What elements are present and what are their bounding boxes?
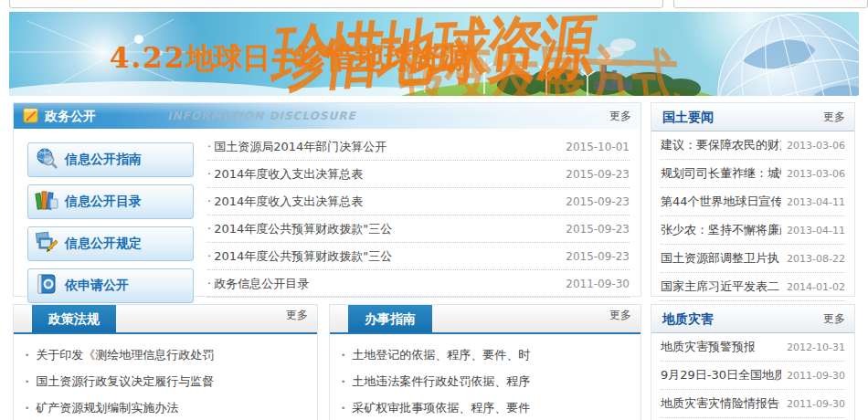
news-date: 2015-09-23 (566, 168, 630, 181)
bullet: • (341, 404, 345, 413)
banner-date: 4.22 (110, 41, 186, 74)
more-link[interactable]: 更多 (609, 103, 631, 129)
news-date: 2015-10-01 (566, 141, 630, 153)
list-item: •土地登记的依据、程序、要件、时 (341, 341, 630, 368)
news-date: 2015-09-23 (566, 250, 630, 263)
info-rules-button[interactable]: 信息公开规定 (27, 226, 194, 261)
news-date: 2013-04-11 (787, 196, 845, 208)
bullet: • (25, 404, 29, 413)
news-date: 2013-03-06 (787, 140, 845, 152)
page: 转变发展方式 珍惜地球资源 4.22地球日—珍惜地球资源 政务公开 INFORM… (0, 0, 868, 420)
panel-title: 政务公开 (45, 103, 96, 129)
news-date: 2011-09-30 (787, 398, 845, 410)
news-link[interactable]: 张少农：坚持不懈将廉政 (661, 222, 781, 238)
news-link[interactable]: 第44个世界地球日宣传 (661, 194, 781, 210)
news-item: ·政务信息公开目录2011-09-30 (207, 270, 630, 298)
list-item: •国土资源行政复议决定履行与监督 (25, 368, 306, 394)
news-date: 2012-10-31 (787, 341, 845, 353)
banner-title: 4.22地球日—珍惜地球资源 (110, 39, 470, 78)
news-item: 第44个世界地球日宣传2013-04-11 (661, 188, 845, 216)
news-link[interactable]: 国家主席习近平发表二 (661, 278, 781, 295)
info-guide-button[interactable]: 信息公开指南 (27, 142, 194, 177)
land-news-panel: 国土要闻 更多 建议：要保障农民的财产2013-03-06 规划司司长董祚继：城… (651, 102, 855, 297)
banner-slogan: 地球日—珍惜地球资源 (186, 41, 470, 74)
item-link[interactable]: 采矿权审批事项依据、程序、要件 (352, 400, 530, 416)
news-date: 2011-09-30 (787, 370, 845, 382)
news-link[interactable]: 建议：要保障农民的财产 (661, 137, 781, 153)
bullet: • (341, 351, 345, 360)
button-label: 信息公开目录 (65, 194, 142, 210)
news-link[interactable]: 2014年度公共预算财政拨款"三公 (214, 248, 558, 265)
news-date: 2013-08-22 (787, 253, 845, 265)
information-disclosure-header: 政务公开 INFORMATION DISCLOSURE 更多 (14, 103, 640, 129)
news-date: 2014-01-02 (787, 281, 845, 293)
bullet: • (25, 377, 29, 386)
news-link[interactable]: 9月29日-30日全国地质 (661, 367, 781, 383)
news-link[interactable]: 2014年度收入支出决算总表 (214, 194, 558, 210)
item-link[interactable]: 国土资源行政复议决定履行与监督 (36, 373, 214, 390)
policy-tab[interactable]: 政策法规 (32, 305, 116, 332)
list-item: •土地违法案件行政处罚依据、程序 (341, 368, 630, 394)
books-icon (28, 188, 65, 215)
news-link[interactable]: 2014年度公共预算财政拨款"三公 (214, 221, 558, 237)
news-item: 建议：要保障农民的财产2013-03-06 (661, 131, 845, 160)
list-item: •关于印发《测绘地理信息行政处罚 (25, 341, 306, 368)
more-link[interactable]: 更多 (823, 305, 845, 332)
news-item: 国家主席习近平发表二2014-01-02 (661, 273, 845, 301)
bullet: · (207, 249, 211, 263)
news-item: ·2014年度收入支出决算总表2015-09-23 (207, 188, 630, 215)
news-date: 2013-04-11 (787, 225, 845, 236)
documents-pen-icon (28, 230, 65, 257)
panel-subtitle: INFORMATION DISCLOSURE (167, 103, 356, 129)
news-link[interactable]: 规划司司长董祚继：城镇 (661, 165, 781, 182)
item-link[interactable]: 土地登记的依据、程序、要件、时 (352, 347, 530, 363)
news-link[interactable]: 2014年度收入支出决算总表 (214, 166, 558, 183)
item-link[interactable]: 土地违法案件行政处罚依据、程序 (352, 373, 530, 390)
note-pencil-icon (23, 107, 40, 132)
button-label: 依申请公开 (65, 278, 129, 294)
bullet: · (207, 277, 211, 290)
news-item: 9月29日-30日全国地质2011-09-30 (661, 362, 845, 390)
news-item: 国土资源部调整卫片执2013-08-22 (661, 245, 845, 273)
earth-globe (702, 12, 859, 96)
news-link[interactable]: 地质灾害灾情险情报告 (661, 395, 781, 412)
list-item: •采矿权审批事项依据、程序、要件 (341, 394, 630, 420)
news-date: 2015-09-23 (566, 195, 630, 208)
panel-title: 地质灾害 (662, 305, 714, 332)
news-link[interactable]: 政务信息公开目录 (214, 276, 558, 292)
guide-tab[interactable]: 办事指南 (348, 305, 432, 332)
more-link[interactable]: 更多 (286, 308, 308, 323)
more-link[interactable]: 更多 (823, 103, 845, 131)
globe-search-icon (28, 146, 65, 173)
news-date: 2015-09-23 (566, 223, 630, 236)
news-item: 规划司司长董祚继：城镇2013-03-06 (661, 160, 845, 188)
news-item: ·国土资源局2014年部门决算公开2015-10-01 (207, 133, 630, 161)
item-link[interactable]: 矿产资源规划编制实施办法 (36, 400, 178, 416)
info-catalog-button[interactable]: 信息公开目录 (27, 184, 194, 219)
news-link[interactable]: 国土资源局2014年部门决算公开 (214, 139, 558, 155)
news-item: ·2014年度公共预算财政拨款"三公2015-09-23 (207, 243, 630, 270)
bullet: · (207, 194, 211, 208)
news-item: ·2014年度公共预算财政拨款"三公2015-09-23 (207, 215, 630, 243)
panel-title: 国土要闻 (662, 103, 714, 131)
news-date: 2011-09-30 (566, 278, 630, 290)
list-item: •矿产资源规划编制实施办法 (25, 394, 306, 420)
news-item: 地质灾害预警预报2012-10-31 (661, 333, 845, 362)
bullet: • (341, 377, 345, 386)
information-disclosure-panel: 政务公开 INFORMATION DISCLOSURE 更多 信息公开指南 信息… (13, 102, 641, 297)
button-label: 信息公开指南 (65, 152, 142, 168)
policy-header: 政策法规 更多 (14, 305, 317, 334)
top-left-box (9, 0, 663, 8)
news-date: 2013-03-06 (787, 168, 845, 180)
news-link[interactable]: 地质灾害预警预报 (661, 339, 781, 355)
land-news-header: 国土要闻 更多 (651, 103, 854, 131)
book-icon (28, 272, 65, 299)
news-item: 张少农：坚持不懈将廉政2013-04-11 (661, 216, 845, 245)
top-right-box (673, 0, 868, 8)
news-link[interactable]: 国土资源部调整卫片执 (661, 250, 781, 267)
apply-disclosure-button[interactable]: 依申请公开 (27, 268, 194, 303)
bullet: · (207, 167, 211, 181)
item-link[interactable]: 关于印发《测绘地理信息行政处罚 (36, 347, 214, 363)
guide-header: 办事指南 更多 (330, 305, 640, 334)
more-link[interactable]: 更多 (609, 308, 631, 323)
